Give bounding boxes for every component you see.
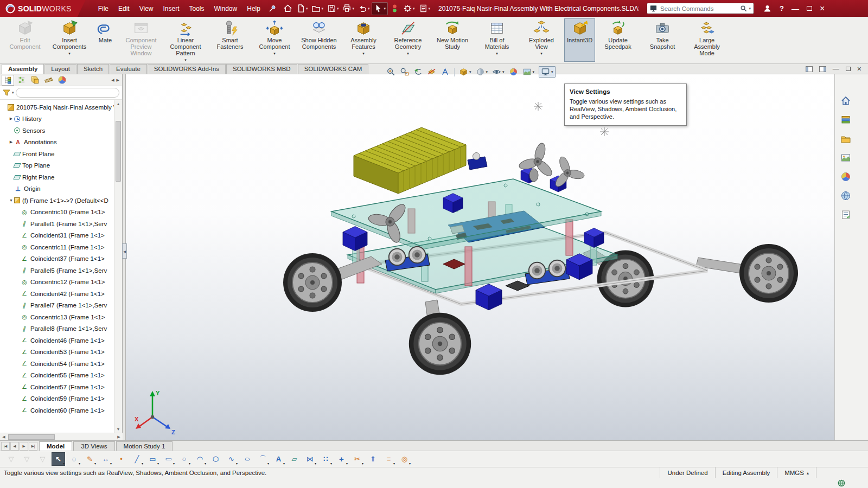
view-palette-tab[interactable] — [839, 151, 853, 165]
tree-item[interactable]: 201075-Faiq Nasir-Final Assembly W — [0, 101, 114, 113]
graphics-viewport[interactable]: Y X Z — [126, 74, 834, 440]
previous-view-button[interactable] — [413, 67, 423, 76]
move-component-button[interactable]: Move Component▾ — [253, 18, 296, 62]
tree-item[interactable]: Coincident54 (Frame 1<1> — [0, 358, 114, 370]
component-preview-window-button[interactable]: Component Preview Window — [119, 18, 163, 62]
tabs-scroll-right-icon[interactable]: ▶ — [117, 78, 119, 82]
tree-item[interactable]: Coincident57 (Frame 1<1> — [0, 381, 114, 393]
tree-item[interactable]: Coincident53 (Frame 1<1> — [0, 346, 114, 358]
tree-item[interactable]: Top Plane — [0, 160, 114, 172]
command-tab[interactable]: Layout — [44, 64, 76, 74]
last-tab-icon[interactable] — [29, 442, 37, 451]
ellipse-tool-icon[interactable] — [240, 452, 254, 466]
new-document-button[interactable]: ▾ — [295, 2, 310, 15]
zoom-to-fit-button[interactable] — [386, 67, 395, 76]
dimxpertmanager-tab[interactable] — [42, 75, 55, 86]
scroll-down-icon[interactable]: ▼ — [114, 426, 122, 433]
move-entities-icon[interactable] — [335, 452, 348, 466]
smart-dimension-icon[interactable] — [99, 452, 112, 466]
tree-item[interactable]: Coincident55 (Frame 1<1> — [0, 370, 114, 382]
solidworks-resource-monitor-icon[interactable] — [838, 479, 845, 487]
quick-snaps-icon[interactable] — [398, 452, 411, 466]
home-tab[interactable] — [839, 94, 853, 108]
tree-item[interactable]: Coincident60 (Frame 1<1> — [0, 404, 114, 416]
tree-vertical-scrollbar[interactable]: ▲ ▼ — [114, 100, 122, 433]
configurationmanager-tab[interactable] — [29, 75, 41, 86]
options-button[interactable]: ▾ — [401, 2, 417, 15]
tree-item[interactable]: Coincident46 (Frame 1<1> — [0, 335, 114, 346]
tree-item[interactable]: Concentric12 (Frame 1<1> — [0, 277, 114, 288]
new-motion-study-button[interactable]: New Motion Study — [431, 18, 474, 62]
save-button[interactable]: ▾ — [326, 2, 341, 15]
tree-item[interactable]: Origin — [0, 183, 114, 195]
search-commands-input[interactable] — [659, 5, 737, 12]
view-tab[interactable]: Motion Study 1 — [116, 441, 173, 451]
menu-item[interactable]: View — [135, 2, 158, 16]
tree-expand-arrow[interactable] — [8, 140, 14, 144]
tree-expand-arrow[interactable] — [8, 198, 14, 202]
corner-rectangle-icon[interactable] — [146, 452, 159, 466]
search-dropdown-icon[interactable]: ▾ — [749, 7, 751, 11]
menu-item[interactable]: Window — [209, 2, 242, 16]
sketch-fillet-icon[interactable] — [256, 452, 270, 466]
electronics-module[interactable] — [506, 281, 529, 291]
previous-tab-icon[interactable] — [10, 442, 19, 451]
insert-components-button[interactable]: Insert Components▾ — [48, 18, 91, 62]
bill-of-materials-button[interactable]: Bill of Materials▾ — [475, 18, 519, 62]
pin-icon[interactable] — [269, 5, 276, 12]
command-tab[interactable]: Evaluate — [110, 64, 147, 74]
help-button[interactable]: ? — [780, 4, 784, 12]
text-tool-icon[interactable] — [272, 452, 285, 466]
tree-item[interactable]: Coincident42 (Frame 1<1> — [0, 288, 114, 300]
restore-document-icon[interactable] — [846, 67, 851, 71]
mate-button[interactable]: Mate — [92, 18, 118, 62]
plane-tool-icon[interactable] — [288, 452, 301, 466]
mirror-entities-icon[interactable] — [303, 452, 317, 466]
tree-horizontal-scrollbar[interactable]: ◀ ▶ — [0, 433, 123, 440]
command-tab[interactable]: SOLIDWORKS Add-Ins — [148, 64, 226, 74]
smart-fasteners-button[interactable]: Smart Fasteners — [208, 18, 252, 62]
command-tab[interactable]: Sketch — [77, 64, 109, 74]
xpress-products-button[interactable] — [388, 2, 401, 15]
filter-dropdown-icon[interactable]: ▾ — [12, 91, 14, 95]
home-button[interactable] — [282, 2, 294, 15]
menu-item[interactable]: Insert — [158, 2, 184, 16]
instant3d-button[interactable]: Instant3D — [564, 18, 595, 62]
menu-item[interactable]: Tools — [184, 2, 209, 16]
heatsink-component[interactable] — [354, 127, 466, 194]
trim-entities-icon[interactable] — [350, 452, 364, 466]
command-tab[interactable]: SOLIDWORKS CAM — [298, 64, 369, 74]
straight-slot-icon[interactable] — [162, 452, 175, 466]
minimize-document-icon[interactable]: — — [833, 66, 839, 72]
displaymanager-tab[interactable] — [56, 75, 68, 86]
select-tool-icon[interactable] — [52, 452, 65, 466]
view-orientation-button[interactable]: ▾ — [459, 67, 471, 76]
take-snapshot-button[interactable]: Take Snapshot — [641, 18, 684, 62]
hide-show-items-button[interactable]: ▾ — [492, 67, 505, 76]
show-hidden-components-button[interactable]: Show Hidden Components — [297, 18, 341, 62]
menu-item[interactable]: File — [93, 2, 113, 16]
wheel-component[interactable] — [409, 313, 471, 375]
line-tool-icon[interactable] — [130, 452, 144, 466]
display-style-button[interactable]: ▾ — [476, 67, 488, 76]
linear-sketch-pattern-icon[interactable] — [319, 452, 333, 466]
view-tab[interactable]: 3D Views — [73, 441, 114, 451]
section-view-button[interactable] — [427, 67, 436, 76]
tree-item[interactable]: Parallel1 (Frame 1<1>,Serv — [0, 218, 114, 230]
filter-edges-icon[interactable] — [36, 452, 49, 466]
reference-geometry-button[interactable]: Reference Geometry▾ — [386, 18, 430, 62]
tree-item[interactable]: Concentric10 (Frame 1<1> — [0, 207, 114, 219]
tree-item[interactable]: Parallel7 (Frame 1<1>,Serv — [0, 300, 114, 312]
user-account-icon[interactable] — [763, 4, 772, 13]
edit-appearance-button[interactable] — [509, 67, 518, 76]
update-speedpak-button[interactable]: Update Speedpak — [596, 18, 640, 62]
point-tool-icon[interactable] — [114, 452, 128, 466]
linear-component-pattern-button[interactable]: Linear Component Pattern▾ — [164, 18, 207, 62]
tree-item[interactable]: Concentric11 (Frame 1<1> — [0, 241, 114, 253]
tree-expand-arrow[interactable] — [8, 117, 14, 121]
menu-item[interactable]: Help — [242, 2, 265, 16]
servo-motor[interactable] — [468, 153, 487, 170]
robot-assembly-model[interactable] — [126, 74, 834, 440]
scroll-right-icon[interactable]: ▶ — [115, 435, 123, 439]
large-assembly-mode-button[interactable]: Large Assembly Mode — [685, 18, 729, 62]
